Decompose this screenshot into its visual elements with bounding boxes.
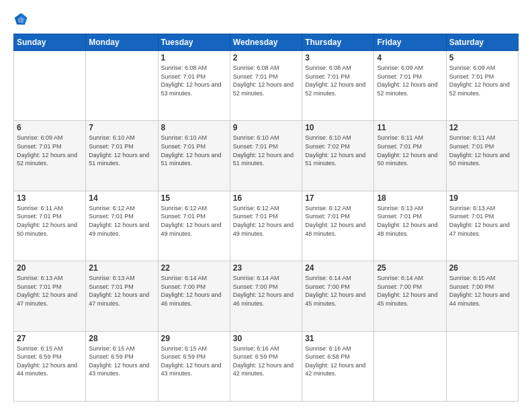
calendar-cell: 13Sunrise: 6:11 AM Sunset: 7:01 PM Dayli… (14, 191, 86, 261)
day-number: 15 (161, 193, 227, 203)
calendar-cell: 6Sunrise: 6:09 AM Sunset: 7:01 PM Daylig… (14, 121, 86, 191)
calendar-cell: 3Sunrise: 6:08 AM Sunset: 7:01 PM Daylig… (302, 51, 374, 121)
calendar-cell: 22Sunrise: 6:14 AM Sunset: 7:00 PM Dayli… (158, 261, 230, 331)
day-number: 5 (449, 53, 515, 62)
day-info: Sunrise: 6:12 AM Sunset: 7:01 PM Dayligh… (305, 204, 371, 238)
day-info: Sunrise: 6:10 AM Sunset: 7:01 PM Dayligh… (161, 134, 227, 167)
day-number: 31 (305, 334, 371, 343)
calendar-cell: 15Sunrise: 6:12 AM Sunset: 7:01 PM Dayli… (158, 191, 230, 261)
day-number: 10 (305, 123, 371, 132)
calendar-cell: 30Sunrise: 6:16 AM Sunset: 6:59 PM Dayli… (230, 331, 302, 401)
calendar-cell: 16Sunrise: 6:12 AM Sunset: 7:01 PM Dayli… (230, 191, 302, 261)
day-info: Sunrise: 6:15 AM Sunset: 6:59 PM Dayligh… (17, 345, 83, 378)
day-number: 29 (161, 334, 227, 343)
calendar-cell: 9Sunrise: 6:10 AM Sunset: 7:01 PM Daylig… (230, 121, 302, 191)
day-number: 26 (449, 263, 515, 273)
day-info: Sunrise: 6:08 AM Sunset: 7:01 PM Dayligh… (305, 64, 371, 97)
day-info: Sunrise: 6:14 AM Sunset: 7:00 PM Dayligh… (377, 274, 443, 308)
calendar-cell: 2Sunrise: 6:08 AM Sunset: 7:01 PM Daylig… (230, 51, 302, 121)
day-number: 4 (377, 53, 443, 62)
logo-icon (13, 12, 28, 27)
calendar-cell: 12Sunrise: 6:11 AM Sunset: 7:01 PM Dayli… (446, 121, 518, 191)
calendar-weekday: Wednesday (230, 34, 302, 51)
day-number: 30 (233, 334, 299, 343)
day-info: Sunrise: 6:11 AM Sunset: 7:01 PM Dayligh… (377, 134, 443, 167)
calendar-weekday: Sunday (14, 34, 86, 51)
calendar-cell: 20Sunrise: 6:13 AM Sunset: 7:01 PM Dayli… (14, 261, 86, 331)
day-info: Sunrise: 6:12 AM Sunset: 7:01 PM Dayligh… (89, 204, 154, 238)
calendar-cell: 17Sunrise: 6:12 AM Sunset: 7:01 PM Dayli… (302, 191, 374, 261)
day-number: 16 (233, 193, 299, 203)
day-info: Sunrise: 6:08 AM Sunset: 7:01 PM Dayligh… (161, 64, 227, 97)
calendar-cell (446, 331, 518, 401)
day-number: 21 (89, 263, 154, 273)
day-number: 13 (17, 193, 83, 203)
day-number: 19 (449, 193, 515, 203)
day-info: Sunrise: 6:13 AM Sunset: 7:01 PM Dayligh… (17, 274, 83, 308)
calendar-cell: 11Sunrise: 6:11 AM Sunset: 7:01 PM Dayli… (374, 121, 446, 191)
calendar-header-row: SundayMondayTuesdayWednesdayThursdayFrid… (14, 34, 519, 51)
calendar-weekday: Friday (374, 34, 446, 51)
calendar-weekday: Monday (86, 34, 158, 51)
calendar-week-row: 20Sunrise: 6:13 AM Sunset: 7:01 PM Dayli… (14, 261, 519, 331)
calendar-cell: 29Sunrise: 6:15 AM Sunset: 6:59 PM Dayli… (158, 331, 230, 401)
day-info: Sunrise: 6:15 AM Sunset: 7:00 PM Dayligh… (449, 274, 515, 308)
calendar-cell: 1Sunrise: 6:08 AM Sunset: 7:01 PM Daylig… (158, 51, 230, 121)
calendar-cell: 26Sunrise: 6:15 AM Sunset: 7:00 PM Dayli… (446, 261, 518, 331)
day-info: Sunrise: 6:10 AM Sunset: 7:01 PM Dayligh… (89, 134, 154, 167)
day-info: Sunrise: 6:09 AM Sunset: 7:01 PM Dayligh… (449, 64, 515, 97)
day-number: 27 (17, 334, 83, 343)
day-info: Sunrise: 6:15 AM Sunset: 6:59 PM Dayligh… (161, 345, 227, 378)
day-number: 24 (305, 263, 371, 273)
day-info: Sunrise: 6:11 AM Sunset: 7:01 PM Dayligh… (17, 204, 83, 238)
day-number: 14 (89, 193, 154, 203)
calendar-week-row: 1Sunrise: 6:08 AM Sunset: 7:01 PM Daylig… (14, 51, 519, 121)
day-info: Sunrise: 6:13 AM Sunset: 7:01 PM Dayligh… (377, 204, 443, 238)
calendar-cell (374, 331, 446, 401)
calendar-week-row: 13Sunrise: 6:11 AM Sunset: 7:01 PM Dayli… (14, 191, 519, 261)
calendar-cell: 7Sunrise: 6:10 AM Sunset: 7:01 PM Daylig… (86, 121, 158, 191)
calendar-cell: 14Sunrise: 6:12 AM Sunset: 7:01 PM Dayli… (86, 191, 158, 261)
page: SundayMondayTuesdayWednesdayThursdayFrid… (0, 0, 532, 411)
calendar-cell: 19Sunrise: 6:13 AM Sunset: 7:01 PM Dayli… (446, 191, 518, 261)
day-info: Sunrise: 6:12 AM Sunset: 7:01 PM Dayligh… (233, 204, 299, 238)
day-info: Sunrise: 6:16 AM Sunset: 6:59 PM Dayligh… (233, 345, 299, 378)
calendar-cell: 23Sunrise: 6:14 AM Sunset: 7:00 PM Dayli… (230, 261, 302, 331)
calendar-cell: 5Sunrise: 6:09 AM Sunset: 7:01 PM Daylig… (446, 51, 518, 121)
calendar-week-row: 6Sunrise: 6:09 AM Sunset: 7:01 PM Daylig… (14, 121, 519, 191)
calendar-weekday: Thursday (302, 34, 374, 51)
day-number: 3 (305, 53, 371, 62)
day-number: 6 (17, 123, 83, 132)
calendar-weekday: Saturday (446, 34, 518, 51)
day-info: Sunrise: 6:14 AM Sunset: 7:00 PM Dayligh… (161, 274, 227, 308)
day-number: 20 (17, 263, 83, 273)
day-info: Sunrise: 6:10 AM Sunset: 7:02 PM Dayligh… (305, 134, 371, 167)
day-number: 8 (161, 123, 227, 132)
day-info: Sunrise: 6:13 AM Sunset: 7:01 PM Dayligh… (89, 274, 154, 308)
day-number: 11 (377, 123, 443, 132)
calendar-cell: 24Sunrise: 6:14 AM Sunset: 7:00 PM Dayli… (302, 261, 374, 331)
day-number: 17 (305, 193, 371, 203)
calendar-cell: 10Sunrise: 6:10 AM Sunset: 7:02 PM Dayli… (302, 121, 374, 191)
calendar-cell: 4Sunrise: 6:09 AM Sunset: 7:01 PM Daylig… (374, 51, 446, 121)
day-info: Sunrise: 6:10 AM Sunset: 7:01 PM Dayligh… (233, 134, 299, 167)
calendar-cell: 28Sunrise: 6:15 AM Sunset: 6:59 PM Dayli… (86, 331, 158, 401)
day-info: Sunrise: 6:08 AM Sunset: 7:01 PM Dayligh… (233, 64, 299, 97)
day-info: Sunrise: 6:11 AM Sunset: 7:01 PM Dayligh… (449, 134, 515, 167)
calendar-table: SundayMondayTuesdayWednesdayThursdayFrid… (13, 34, 519, 402)
day-number: 22 (161, 263, 227, 273)
day-info: Sunrise: 6:12 AM Sunset: 7:01 PM Dayligh… (161, 204, 227, 238)
day-info: Sunrise: 6:14 AM Sunset: 7:00 PM Dayligh… (305, 274, 371, 308)
day-info: Sunrise: 6:09 AM Sunset: 7:01 PM Dayligh… (377, 64, 443, 97)
calendar-cell: 21Sunrise: 6:13 AM Sunset: 7:01 PM Dayli… (86, 261, 158, 331)
day-number: 7 (89, 123, 154, 132)
calendar-cell (14, 51, 86, 121)
calendar-week-row: 27Sunrise: 6:15 AM Sunset: 6:59 PM Dayli… (14, 331, 519, 401)
calendar-cell: 31Sunrise: 6:16 AM Sunset: 6:58 PM Dayli… (302, 331, 374, 401)
day-info: Sunrise: 6:14 AM Sunset: 7:00 PM Dayligh… (233, 274, 299, 308)
calendar-weekday: Tuesday (158, 34, 230, 51)
day-number: 1 (161, 53, 227, 62)
day-info: Sunrise: 6:16 AM Sunset: 6:58 PM Dayligh… (305, 345, 371, 378)
day-info: Sunrise: 6:15 AM Sunset: 6:59 PM Dayligh… (89, 345, 154, 378)
day-number: 25 (377, 263, 443, 273)
